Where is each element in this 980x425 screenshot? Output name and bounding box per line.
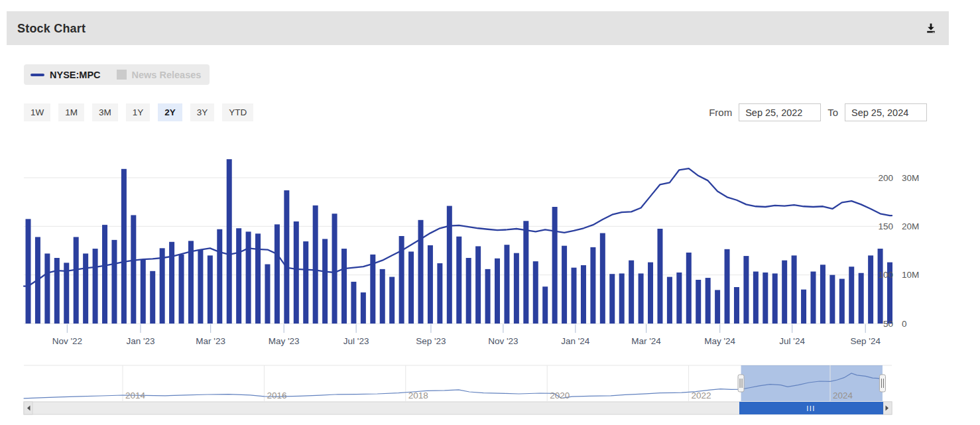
volume-bar[interactable] [696, 280, 701, 324]
volume-bar[interactable] [715, 290, 720, 324]
volume-bar[interactable] [26, 219, 31, 324]
volume-bar[interactable] [74, 237, 79, 324]
volume-bar[interactable] [572, 268, 577, 324]
volume-bar[interactable] [188, 241, 194, 324]
volume-bar[interactable] [303, 241, 308, 324]
volume-bar[interactable] [581, 265, 586, 324]
volume-bar[interactable] [495, 259, 500, 324]
volume-bar[interactable] [102, 225, 107, 324]
x-axis-label: Nov '22 [52, 336, 82, 346]
volume-bar[interactable] [839, 279, 845, 324]
volume-bar[interactable] [284, 190, 289, 324]
volume-bar[interactable] [629, 261, 634, 324]
volume-bar[interactable] [657, 229, 662, 324]
volume-bar[interactable] [447, 206, 452, 324]
volume-bar[interactable] [83, 253, 88, 324]
volume-bar[interactable] [562, 246, 567, 324]
volume-bar[interactable] [294, 221, 299, 324]
navigator-year-label: 2018 [408, 391, 428, 400]
volume-bar[interactable] [275, 224, 280, 324]
volume-bar[interactable] [169, 242, 174, 324]
volume-bar[interactable] [676, 273, 682, 324]
volume-bar[interactable] [121, 169, 127, 324]
volume-bar[interactable] [198, 250, 203, 324]
volume-bar[interactable] [389, 277, 395, 324]
volume-bar[interactable] [725, 249, 730, 324]
volume-bar[interactable] [686, 253, 692, 324]
volume-bar[interactable] [504, 245, 509, 324]
volume-bar[interactable] [792, 255, 797, 324]
handle-grip-icon [879, 375, 885, 392]
volume-bar[interactable] [265, 265, 270, 324]
volume-bar[interactable] [466, 258, 471, 324]
volume-bar[interactable] [475, 246, 481, 324]
volume-bar[interactable] [351, 282, 356, 324]
volume-bar[interactable] [639, 273, 644, 324]
volume-bar[interactable] [878, 249, 883, 324]
volume-bar[interactable] [600, 233, 605, 324]
volume-bar[interactable] [782, 261, 787, 324]
volume-bar[interactable] [763, 273, 768, 324]
volume-bar[interactable] [456, 237, 461, 324]
volume-bar[interactable] [590, 247, 595, 324]
volume-bar[interactable] [160, 248, 165, 324]
navigator-handle-left[interactable] [738, 375, 744, 392]
stock-chart-widget: Stock Chart NYSE:MPC News Releases 1W1M3… [0, 0, 980, 425]
volume-bar[interactable] [408, 251, 414, 324]
volume-bar[interactable] [810, 272, 816, 324]
volume-bar[interactable] [93, 249, 98, 324]
volume-bar[interactable] [418, 220, 423, 324]
volume-bar[interactable] [753, 272, 759, 324]
volume-bar[interactable] [801, 290, 806, 324]
volume-bar[interactable] [523, 221, 528, 324]
x-axis-label: Jan '24 [561, 336, 590, 346]
volume-bar[interactable] [246, 231, 251, 324]
volume-bar[interactable] [705, 278, 711, 324]
x-axis-label: Nov '23 [488, 336, 518, 346]
volume-bar[interactable] [255, 233, 261, 324]
volume-bar[interactable] [217, 229, 222, 324]
volume-series [26, 159, 893, 324]
volume-bar[interactable] [619, 273, 625, 324]
volume-bar[interactable] [437, 263, 442, 324]
volume-bar[interactable] [141, 259, 146, 324]
volume-bar[interactable] [820, 265, 826, 324]
x-axis-label: Mar '24 [631, 336, 661, 346]
volume-bar[interactable] [341, 249, 347, 324]
volume-bar[interactable] [313, 206, 318, 324]
volume-bar[interactable] [227, 159, 232, 324]
volume-bar[interactable] [533, 261, 538, 324]
volume-bar[interactable] [322, 239, 328, 324]
volume-bar[interactable] [552, 207, 558, 324]
volume-bar[interactable] [609, 274, 615, 324]
volume-bar[interactable] [236, 228, 241, 324]
volume-bar[interactable] [332, 213, 337, 324]
navigator-handle-right[interactable] [879, 375, 885, 392]
volume-bar[interactable] [208, 255, 213, 324]
volume-bar[interactable] [734, 287, 739, 324]
volume-bar[interactable] [542, 286, 548, 324]
navigator-year-label: 2016 [267, 391, 286, 400]
volume-bar[interactable] [64, 263, 69, 324]
volume-bar[interactable] [131, 215, 136, 324]
volume-bar[interactable] [868, 255, 873, 324]
volume-bar[interactable] [150, 271, 155, 324]
volume-bar[interactable] [829, 275, 835, 324]
volume-bar[interactable] [743, 256, 749, 324]
volume-bar[interactable] [44, 253, 50, 324]
volume-bar[interactable] [859, 273, 864, 324]
volume-bar[interactable] [361, 292, 366, 324]
volume-bar[interactable] [485, 269, 491, 324]
volume-bar[interactable] [849, 267, 854, 324]
volume-bar[interactable] [514, 253, 519, 324]
volume-bar[interactable] [54, 258, 60, 324]
volume-bar[interactable] [111, 240, 117, 324]
volume-bar[interactable] [667, 277, 672, 324]
x-axis-label: Sep '23 [416, 336, 446, 346]
navigator-selected-range[interactable] [741, 365, 883, 401]
volume-bar[interactable] [772, 273, 778, 324]
volume-bar[interactable] [428, 245, 433, 324]
volume-bar[interactable] [648, 263, 653, 324]
volume-bar[interactable] [380, 269, 385, 324]
volume-bar[interactable] [179, 255, 184, 324]
